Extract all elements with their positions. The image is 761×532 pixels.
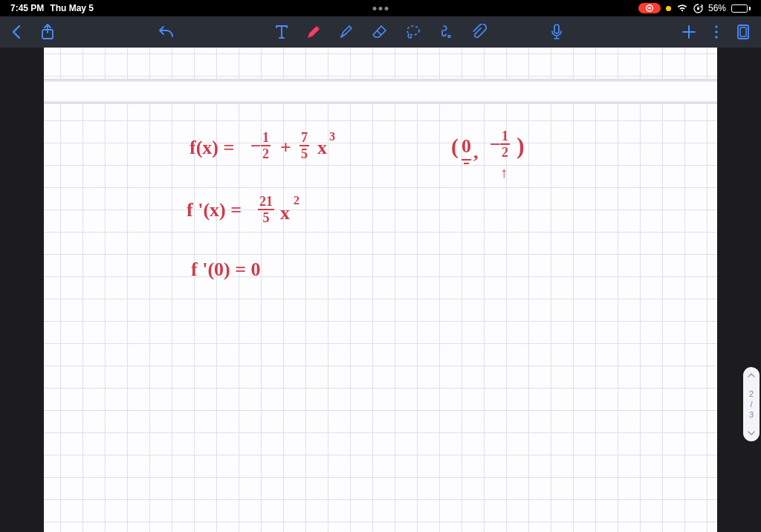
pt-half: 1 2 bbox=[500, 129, 510, 159]
lasso-tool-button[interactable] bbox=[405, 24, 421, 40]
undo-button[interactable] bbox=[156, 25, 175, 39]
shapes-tool-button[interactable] bbox=[438, 24, 454, 40]
canvas-area[interactable]: f(x) = − 1 2 + 7 5 x 3 ( 0 , − 1 2 ) ↑ bbox=[0, 48, 761, 532]
pt-neg: − bbox=[490, 135, 501, 155]
screen-recording-indicator[interactable] bbox=[638, 3, 661, 13]
notebook-page[interactable]: f(x) = − 1 2 + 7 5 x 3 ( 0 , − 1 2 ) ↑ bbox=[44, 48, 717, 532]
page-up-icon[interactable] bbox=[747, 372, 756, 379]
status-bar: 7:45 PM Thu May 5 56% bbox=[0, 0, 761, 16]
pt-zero: 0 bbox=[462, 135, 471, 157]
highlighter-tool-button[interactable] bbox=[338, 24, 354, 40]
microphone-button[interactable] bbox=[550, 23, 563, 41]
eq1-plus: + bbox=[280, 138, 291, 158]
eq2-x: x bbox=[280, 204, 290, 223]
eq2-fprimex: f '(x) = bbox=[187, 201, 242, 220]
status-time: 7:45 PM bbox=[10, 3, 44, 13]
page-indicator[interactable]: 2/3 bbox=[743, 367, 760, 441]
pen-tool-button[interactable] bbox=[305, 24, 322, 40]
back-button[interactable] bbox=[10, 24, 22, 40]
app-toolbar bbox=[0, 16, 761, 48]
svg-point-7 bbox=[715, 30, 717, 33]
svg-point-4 bbox=[407, 26, 419, 35]
eq3: f '(0) = 0 bbox=[191, 260, 261, 279]
share-button[interactable] bbox=[40, 24, 55, 40]
add-button[interactable] bbox=[681, 24, 697, 40]
text-tool-button[interactable] bbox=[274, 24, 289, 40]
svg-point-8 bbox=[715, 36, 717, 38]
svg-rect-2 bbox=[697, 7, 699, 10]
eq2-21-5: 21 5 bbox=[258, 195, 274, 224]
svg-point-6 bbox=[715, 25, 717, 27]
status-date: Thu May 5 bbox=[50, 3, 94, 13]
battery-icon bbox=[731, 4, 751, 13]
handwritten-content: f(x) = − 1 2 + 7 5 x 3 ( 0 , − 1 2 ) ↑ bbox=[44, 48, 717, 532]
orientation-lock-icon bbox=[693, 4, 703, 13]
pt-comma: , bbox=[473, 143, 479, 162]
pt-arrow: ↑ bbox=[500, 165, 508, 180]
page-number-readout: 2/3 bbox=[749, 389, 754, 421]
mic-in-use-dot bbox=[666, 6, 671, 11]
more-options-button[interactable] bbox=[713, 24, 719, 40]
attachment-tool-button[interactable] bbox=[470, 24, 487, 40]
eq2-sq: 2 bbox=[294, 195, 299, 207]
battery-percentage: 56% bbox=[708, 3, 726, 13]
eq1-x: x bbox=[317, 138, 327, 158]
svg-point-1 bbox=[648, 7, 651, 10]
eq1-seven-fifths: 7 5 bbox=[299, 131, 309, 160]
page-down-icon[interactable] bbox=[747, 429, 756, 437]
eq1-fx: f(x) = bbox=[190, 138, 234, 158]
eq1-cubed: 3 bbox=[329, 131, 335, 143]
pages-button[interactable] bbox=[736, 24, 751, 40]
wifi-icon bbox=[676, 4, 688, 13]
svg-rect-10 bbox=[740, 27, 746, 36]
pt-close: ) bbox=[516, 134, 525, 158]
pt-open: ( bbox=[451, 135, 459, 158]
multitask-dots[interactable] bbox=[373, 7, 389, 10]
svg-rect-5 bbox=[554, 25, 559, 33]
eraser-tool-button[interactable] bbox=[371, 24, 389, 40]
eq1-neg: − bbox=[250, 137, 262, 156]
eq1-half: 1 2 bbox=[261, 131, 271, 160]
